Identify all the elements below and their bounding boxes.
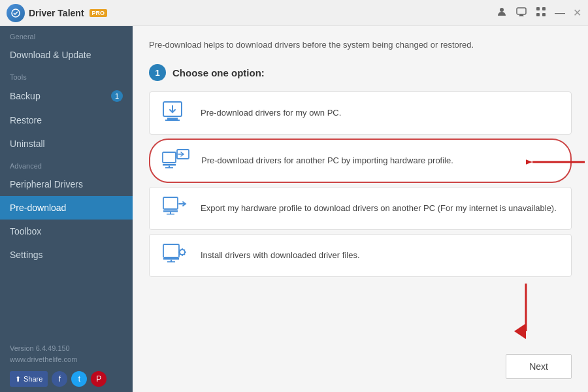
svg-rect-8 [167,118,178,120]
restore-label: Restore [10,115,42,125]
logo-icon [7,4,25,22]
share-icon: ⬆ [15,375,21,384]
svg-rect-5 [536,13,540,16]
pre-download-label: Pre-download [10,203,66,213]
sidebar-item-label: Download & Update [10,50,91,60]
svg-rect-3 [536,7,540,10]
content-footer: Next [149,344,572,379]
window-controls: — ✕ [496,6,581,20]
svg-rect-10 [163,152,176,163]
option-another-pc[interactable]: Pre-download drivers for another PC by i… [149,139,572,183]
share-label: Share [24,375,42,383]
sidebar-item-pre-download[interactable]: Pre-download [0,196,133,220]
minimize-icon[interactable]: — [555,7,565,19]
sidebar-footer: Version 6.4.49.150 www.drivethelife.com … [0,335,133,392]
monitor-download-icon [159,100,191,126]
sidebar-item-settings[interactable]: Settings [0,243,133,267]
version-number: Version 6.4.49.150 [10,343,123,355]
option-export-profile[interactable]: Export my hardware profile to download d… [149,187,572,230]
website-url: www.drivethelife.com [10,354,123,366]
grid-icon[interactable] [535,6,547,20]
svg-rect-19 [163,244,179,257]
down-arrow-annotation [506,280,546,339]
option-own-pc-text: Pre-download drivers for my own PC. [201,107,341,119]
twitter-icon[interactable]: t [71,371,87,387]
sidebar-item-toolbox[interactable]: Toolbox [0,220,133,243]
app-logo: Driver Talent PRO [7,4,107,22]
backup-label: Backup [10,91,41,101]
sidebar-item-download-update[interactable]: Download & Update [0,43,133,67]
option-own-pc[interactable]: Pre-download drivers for my own PC. [149,91,572,135]
sidebar: General Download & Update Tools Backup 1… [0,26,133,392]
pro-badge: PRO [90,9,108,17]
description: Pre-download helps to download drivers b… [149,39,572,51]
svg-rect-22 [167,261,175,263]
peripheral-drivers-label: Peripheral Drivers [10,179,83,189]
svg-rect-20 [163,258,179,260]
chat-icon[interactable] [515,6,527,20]
svg-rect-9 [165,120,180,121]
svg-rect-16 [163,210,178,212]
sidebar-item-uninstall[interactable]: Uninstall [0,132,133,155]
advanced-section-label: Advanced [0,155,133,172]
svg-rect-4 [542,7,546,10]
app-name: Driver Talent [29,8,84,18]
step-header: 1 Choose one option: [149,64,572,81]
user-icon[interactable] [496,6,508,20]
general-section-label: General [0,26,133,43]
social-links: ⬆ Share f t P [10,371,123,387]
svg-rect-2 [517,8,526,14]
sidebar-item-restore[interactable]: Restore [0,108,133,132]
step-title: Choose one option: [172,67,265,78]
option-another-pc-text: Pre-download drivers for another PC by i… [201,155,453,167]
svg-rect-11 [163,164,176,166]
next-button[interactable]: Next [506,354,572,379]
title-bar: Driver Talent PRO — ✕ [0,0,588,26]
settings-label: Settings [10,250,43,260]
toolbox-label: Toolbox [10,226,41,237]
backup-badge: 1 [111,90,123,102]
tools-section-label: Tools [0,67,133,84]
monitor-gear-icon [159,242,191,269]
sidebar-item-backup[interactable]: Backup 1 [0,84,133,108]
svg-point-1 [500,8,504,12]
pinterest-icon[interactable]: P [91,371,106,387]
option-install-files[interactable]: Install drivers with downloaded driver f… [149,234,572,277]
close-icon[interactable]: ✕ [573,7,581,19]
svg-rect-13 [165,167,173,169]
content-area: Pre-download helps to download drivers b… [133,26,588,392]
svg-rect-18 [167,214,174,215]
monitor-import-icon [160,148,191,174]
step-number: 1 [149,64,166,81]
uninstall-label: Uninstall [10,139,45,149]
main-layout: General Download & Update Tools Backup 1… [0,26,588,392]
share-button[interactable]: ⬆ Share [10,371,48,387]
option-install-text: Install drivers with downloaded driver f… [201,250,360,261]
sidebar-item-peripheral-drivers[interactable]: Peripheral Drivers [0,172,133,196]
monitor-export-icon [159,195,191,221]
version-text: Version 6.4.49.150 www.drivethelife.com [10,343,123,366]
svg-rect-15 [163,197,178,209]
option-export-text: Export my hardware profile to download d… [201,203,557,214]
svg-rect-6 [542,13,546,16]
options-list: Pre-download drivers for my own PC. Pre-… [149,91,572,277]
facebook-icon[interactable]: f [52,371,67,387]
